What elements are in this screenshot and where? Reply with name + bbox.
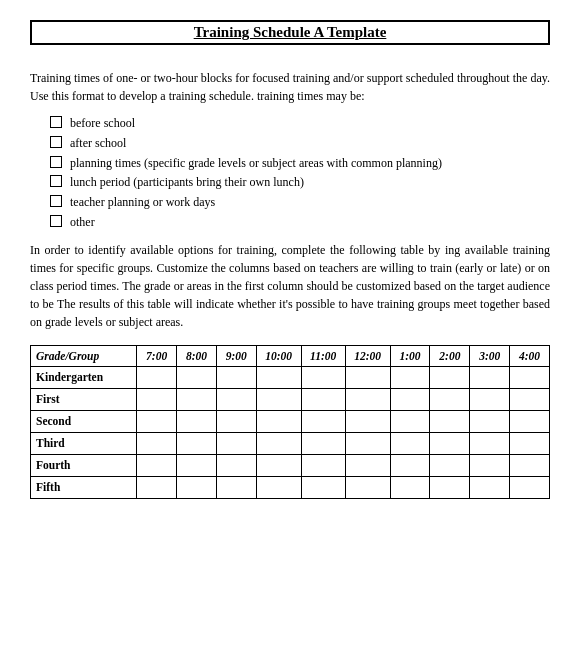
checkbox-item: lunch period (participants bring their o…	[50, 174, 550, 191]
schedule-table: Grade/Group7:008:009:0010:0011:0012:001:…	[30, 345, 550, 499]
time-cell	[470, 432, 510, 454]
checkbox-label: other	[70, 214, 95, 231]
checkbox-icon	[50, 156, 62, 168]
time-cell	[430, 476, 470, 498]
grade-group-cell: Second	[31, 410, 137, 432]
time-cell	[216, 410, 256, 432]
table-header-cell: 10:00	[256, 345, 301, 366]
time-cell	[256, 388, 301, 410]
time-cell	[390, 476, 430, 498]
table-row: Fourth	[31, 454, 550, 476]
checkbox-item: planning times (specific grade levels or…	[50, 155, 550, 172]
time-cell	[345, 454, 390, 476]
time-cell	[177, 410, 217, 432]
time-cell	[510, 454, 550, 476]
checkbox-item: other	[50, 214, 550, 231]
grade-group-cell: Fourth	[31, 454, 137, 476]
table-row: Kindergarten	[31, 366, 550, 388]
checkbox-item: teacher planning or work days	[50, 194, 550, 211]
time-cell	[470, 476, 510, 498]
checkbox-list: before schoolafter schoolplanning times …	[50, 115, 550, 231]
time-cell	[345, 410, 390, 432]
time-cell	[137, 476, 177, 498]
table-header-cell: 8:00	[177, 345, 217, 366]
time-cell	[510, 410, 550, 432]
checkbox-icon	[50, 195, 62, 207]
time-cell	[177, 454, 217, 476]
table-header-cell: 11:00	[301, 345, 345, 366]
time-cell	[177, 388, 217, 410]
time-cell	[510, 366, 550, 388]
time-cell	[256, 476, 301, 498]
time-cell	[390, 366, 430, 388]
time-cell	[216, 432, 256, 454]
time-cell	[390, 432, 430, 454]
page-title: Training Schedule A Template	[30, 20, 550, 45]
time-cell	[177, 476, 217, 498]
time-cell	[345, 388, 390, 410]
checkbox-item: before school	[50, 115, 550, 132]
checkbox-label: teacher planning or work days	[70, 194, 215, 211]
table-row: Fifth	[31, 476, 550, 498]
time-cell	[470, 454, 510, 476]
time-cell	[301, 454, 345, 476]
table-row: Third	[31, 432, 550, 454]
time-cell	[390, 454, 430, 476]
time-cell	[470, 388, 510, 410]
time-cell	[345, 432, 390, 454]
checkbox-item: after school	[50, 135, 550, 152]
checkbox-label: lunch period (participants bring their o…	[70, 174, 304, 191]
time-cell	[216, 454, 256, 476]
grade-group-cell: Fifth	[31, 476, 137, 498]
checkbox-icon	[50, 175, 62, 187]
time-cell	[256, 410, 301, 432]
checkbox-label: after school	[70, 135, 126, 152]
time-cell	[137, 388, 177, 410]
time-cell	[345, 366, 390, 388]
body-text: In order to identify available options f…	[30, 241, 550, 331]
table-header-cell: 7:00	[137, 345, 177, 366]
time-cell	[470, 410, 510, 432]
time-cell	[301, 366, 345, 388]
grade-group-cell: First	[31, 388, 137, 410]
table-row: First	[31, 388, 550, 410]
time-cell	[177, 432, 217, 454]
time-cell	[177, 366, 217, 388]
time-cell	[216, 366, 256, 388]
checkbox-label: planning times (specific grade levels or…	[70, 155, 442, 172]
table-header-cell: 2:00	[430, 345, 470, 366]
time-cell	[430, 366, 470, 388]
time-cell	[301, 432, 345, 454]
time-cell	[256, 432, 301, 454]
time-cell	[510, 476, 550, 498]
table-header-row: Grade/Group7:008:009:0010:0011:0012:001:…	[31, 345, 550, 366]
time-cell	[430, 410, 470, 432]
table-header-cell: Grade/Group	[31, 345, 137, 366]
checkbox-icon	[50, 215, 62, 227]
time-cell	[216, 388, 256, 410]
checkbox-icon	[50, 136, 62, 148]
time-cell	[390, 388, 430, 410]
checkbox-label: before school	[70, 115, 135, 132]
time-cell	[430, 454, 470, 476]
table-body: KindergartenFirstSecondThirdFourthFifth	[31, 366, 550, 498]
table-row: Second	[31, 410, 550, 432]
table-header-cell: 1:00	[390, 345, 430, 366]
time-cell	[137, 410, 177, 432]
time-cell	[137, 454, 177, 476]
table-header-cell: 12:00	[345, 345, 390, 366]
grade-group-cell: Kindergarten	[31, 366, 137, 388]
time-cell	[256, 454, 301, 476]
checkbox-icon	[50, 116, 62, 128]
time-cell	[301, 410, 345, 432]
time-cell	[510, 388, 550, 410]
time-cell	[137, 366, 177, 388]
table-header-cell: 9:00	[216, 345, 256, 366]
time-cell	[137, 432, 177, 454]
time-cell	[510, 432, 550, 454]
table-header-cell: 4:00	[510, 345, 550, 366]
time-cell	[430, 388, 470, 410]
time-cell	[470, 366, 510, 388]
grade-group-cell: Third	[31, 432, 137, 454]
intro-text: Training times of one- or two-hour block…	[30, 69, 550, 105]
